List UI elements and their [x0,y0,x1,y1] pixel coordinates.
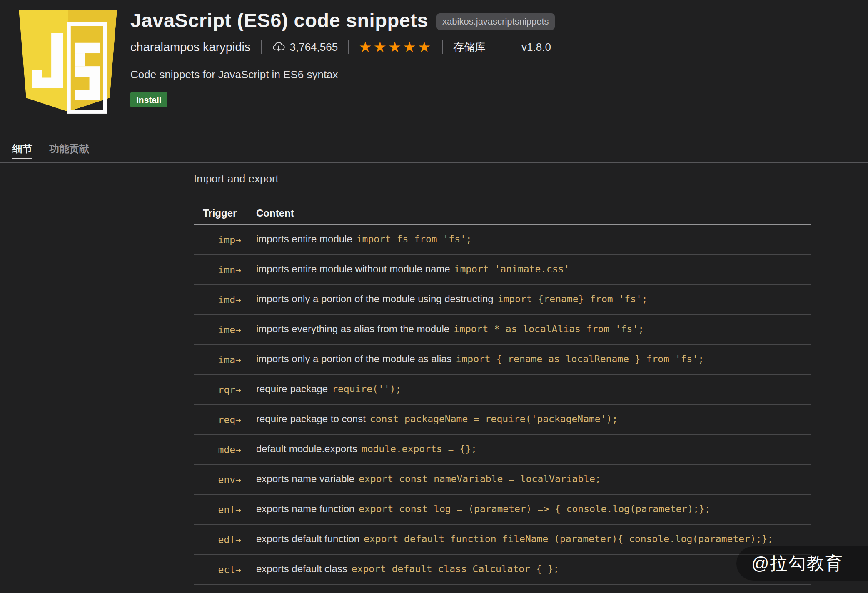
rating-stars[interactable]: ★★★★★ [359,39,432,55]
column-header-content: Content [256,207,811,219]
table-row: enf→ exports name functionexport const l… [194,495,811,525]
snippet-code: module.exports = {}; [362,444,477,454]
snippet-description: imports entire module [256,233,352,244]
snippet-code: export default class Calculator { }; [352,563,559,574]
snippet-trigger: env→ [203,473,241,486]
snippet-code: import { rename as localRename } from 'f… [456,354,704,364]
snippet-content-cell: imports everything as alias from the mod… [256,323,811,336]
snippet-description: require package [256,383,328,394]
table-row: ece→ exports default class by extending … [194,585,811,593]
table-row: ecl→ exports default classexport default… [194,555,811,585]
meta-separator [261,40,262,54]
snippet-trigger: edf→ [203,533,241,546]
snippet-trigger: rqr→ [203,384,241,396]
table-row: edf→ exports default functionexport defa… [194,525,811,555]
install-count-group: 3,764,565 [272,41,338,54]
column-header-trigger: Trigger [203,207,241,219]
snippet-content-cell: require package to constconst packageNam… [256,413,811,426]
cloud-download-icon [272,41,286,53]
publisher-link[interactable]: charalampos karypidis [130,40,251,54]
version-label: v1.8.0 [521,41,551,54]
snippet-trigger: ime→ [203,324,241,336]
snippet-trigger: imn→ [203,264,241,276]
table-row: imp→ imports entire moduleimport fs from… [194,225,811,255]
detail-tabs: 细节 功能贡献 [12,142,89,159]
meta-separator [442,40,443,54]
snippet-description: exports default function [256,533,359,544]
snippet-content-cell: imports only a portion of the module usi… [256,293,811,306]
snippet-content-cell: default module.exportsmodule.exports = {… [256,443,811,456]
snippet-description: imports only a portion of the module as … [256,353,452,364]
snippet-description: require package to const [256,413,366,424]
tab-details[interactable]: 细节 [12,142,32,159]
snippet-content-cell: exports default classexport default clas… [256,563,811,576]
section-title: Import and export [194,172,811,186]
snippet-trigger: enf→ [203,503,241,516]
snippet-description: imports only a portion of the module usi… [256,293,494,304]
meta-separator [348,40,349,54]
snippet-code: export const log = (parameter) => { cons… [359,503,711,514]
snippet-content-cell: exports name variableexport const nameVa… [256,473,811,486]
table-row: mde→ default module.exportsmodule.export… [194,435,811,465]
snippet-description: imports entire module without module nam… [256,263,450,274]
table-row: imn→ imports entire module without modul… [194,255,811,285]
table-body: imp→ imports entire moduleimport fs from… [194,225,811,593]
snippet-description: exports name function [256,503,354,514]
repository-link[interactable]: 存储库 [453,40,486,55]
extension-info: JavaScript (ES6) code snippets xabikos.j… [130,9,555,107]
snippet-code: import 'animate.css' [454,264,570,274]
snippet-content-cell: require packagerequire(''); [256,383,811,396]
snippet-content-cell: imports only a portion of the module as … [256,353,811,366]
javascript-logo [9,4,127,118]
details-pane: Import and export Trigger Content imp→ i… [0,163,868,593]
readme-content: Import and export Trigger Content imp→ i… [194,163,811,593]
watermark-text: @拉勾教育 [751,552,843,575]
snippet-content-cell: imports entire module without module nam… [256,263,811,277]
extension-id-badge: xabikos.javascriptsnippets [436,13,555,30]
table-row: ima→ imports only a portion of the modul… [194,345,811,375]
meta-separator [511,40,511,54]
extension-meta-row: charalampos karypidis 3,764,565 ★★★★★ 存储… [130,39,555,55]
snippet-description: default module.exports [256,443,357,454]
table-row: req→ require package to constconst packa… [194,405,811,435]
table-row: env→ exports name variableexport const n… [194,465,811,495]
snippet-description: exports default class [256,563,347,574]
table-header-row: Trigger Content [194,202,811,225]
extension-details-page: JavaScript (ES6) code snippets xabikos.j… [0,0,868,593]
install-button[interactable]: Install [130,92,167,107]
table-row: rqr→ require packagerequire(''); [194,375,811,405]
snippet-description: imports everything as alias from the mod… [256,323,449,334]
js-shield-icon [9,4,127,118]
snippet-description: exports name variable [256,473,354,484]
snippet-code: export const nameVariable = localVariabl… [359,473,601,484]
watermark-badge: @拉勾教育 [736,546,868,581]
snippet-trigger: imp→ [203,234,241,246]
snippet-code: import * as localAlias from 'fs'; [454,324,644,334]
snippet-trigger: ima→ [203,354,241,366]
snippet-code: export default function fileName (parame… [364,533,773,544]
snippet-content-cell: imports entire moduleimport fs from 'fs'… [256,233,811,247]
table-row: imd→ imports only a portion of the modul… [194,285,811,315]
snippet-code: import {rename} from 'fs'; [498,294,648,304]
snippet-code: import fs from 'fs'; [357,234,472,244]
page-title: JavaScript (ES6) code snippets [130,9,428,32]
install-count: 3,764,565 [290,41,338,54]
snippet-trigger: mde→ [203,444,241,456]
tab-feature-contributions[interactable]: 功能贡献 [49,142,89,159]
snippet-code: const packageName = require('packageName… [370,414,618,424]
snippet-content-cell: exports default functionexport default f… [256,533,811,546]
extension-description: Code snippets for JavaScript in ES6 synt… [130,68,555,81]
snippet-trigger: ecl→ [203,563,241,576]
snippet-trigger: req→ [203,414,241,426]
snippet-code: require(''); [332,384,401,394]
snippet-content-cell: exports name functionexport const log = … [256,503,811,516]
snippets-table: Trigger Content imp→ imports entire modu… [194,202,811,593]
extension-header: JavaScript (ES6) code snippets xabikos.j… [0,0,868,162]
table-row: ime→ imports everything as alias from th… [194,315,811,345]
snippet-trigger: imd→ [203,294,241,306]
